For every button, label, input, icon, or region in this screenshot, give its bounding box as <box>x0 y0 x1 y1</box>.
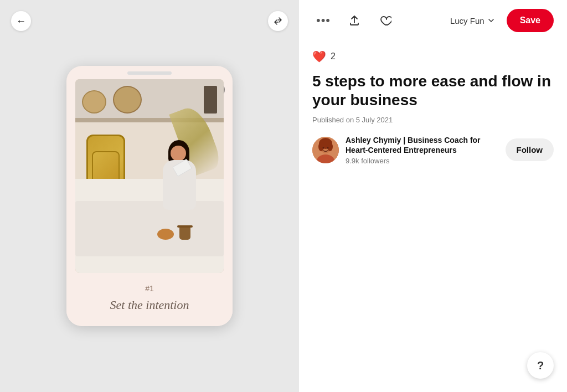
save-button[interactable]: Save <box>507 9 554 32</box>
heart-icon: ❤️ <box>312 50 326 63</box>
help-button[interactable]: ? <box>527 352 554 379</box>
phone-notch <box>127 71 172 75</box>
toolbar-left: ••• <box>312 9 396 32</box>
author-info: Ashley Chymiy | Business Coach for Heart… <box>346 135 499 164</box>
user-name: Lucy Fun <box>450 16 484 25</box>
user-dropdown[interactable]: Lucy Fun <box>445 13 500 29</box>
pin-title: 5 steps to more ease and flow in your bu… <box>312 72 554 109</box>
caption-number: #1 <box>75 284 224 293</box>
svg-point-5 <box>318 142 324 151</box>
figure <box>152 140 207 229</box>
main-layout: ← <box>0 0 567 392</box>
right-panel: ••• Lucy Fun <box>299 0 567 392</box>
phone-image <box>75 79 224 273</box>
published-date: Published on 5 July 2021 <box>312 116 554 124</box>
author-followers: 9.9k followers <box>346 157 499 165</box>
svg-point-7 <box>323 147 324 148</box>
more-icon: ••• <box>316 13 331 28</box>
svg-point-6 <box>327 142 333 151</box>
chevron-down-icon <box>488 17 494 24</box>
pin-content: ❤️ 2 5 steps to more ease and flow in yo… <box>299 41 567 392</box>
shrink-button[interactable] <box>268 11 288 31</box>
likes-count: 2 <box>331 51 336 61</box>
avatar[interactable] <box>312 137 339 163</box>
author-row: Ashley Chymiy | Business Coach for Heart… <box>312 135 554 164</box>
like-button[interactable] <box>374 9 396 32</box>
caption-text: Set the intention <box>75 297 224 313</box>
scene <box>75 79 224 273</box>
toolbar-right: Lucy Fun Save <box>445 9 554 32</box>
follow-button[interactable]: Follow <box>506 138 554 161</box>
more-options-button[interactable]: ••• <box>312 9 334 32</box>
author-name: Ashley Chymiy | Business Coach for Heart… <box>346 135 499 155</box>
svg-point-8 <box>327 147 329 148</box>
back-button[interactable]: ← <box>11 11 31 31</box>
toolbar: ••• Lucy Fun <box>299 0 567 41</box>
left-panel: ← <box>0 0 299 392</box>
likes-row: ❤️ 2 <box>312 50 554 63</box>
share-button[interactable] <box>343 9 365 32</box>
phone-caption: #1 Set the intention <box>66 273 233 327</box>
phone-card: #1 Set the intention <box>66 66 233 327</box>
